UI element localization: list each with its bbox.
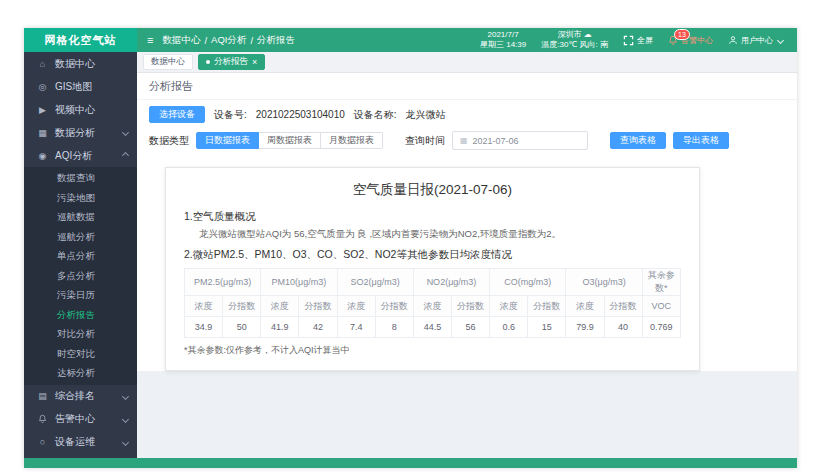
col-index: 分指数 <box>223 296 261 317</box>
device-name-value: 龙兴微站 <box>406 108 446 122</box>
breadcrumb-item[interactable]: 分析报告 <box>257 34 295 47</box>
sidebar-item-aqi-analysis[interactable]: ◉ AQI分析 <box>24 144 137 167</box>
export-table-button[interactable]: 导出表格 <box>673 132 729 149</box>
submenu-item-cruise-data[interactable]: 巡航数据 <box>24 207 137 227</box>
col-index: 分指数 <box>299 296 337 317</box>
aqi-icon: ◉ <box>37 151 48 161</box>
panel-title: 分析报告 <box>137 73 797 100</box>
col-group-co: CO(mg/m3) <box>490 269 566 296</box>
report-section1-text: 龙兴微站微型站AQI为 56,空气质量为 良 ,区域内首要污染物为NO2,环境质… <box>199 228 681 241</box>
col-group-pm25: PM2.5(μg/m3) <box>185 269 261 296</box>
pm10-index: 42 <box>299 317 337 338</box>
submenu-item-spacetime-compare[interactable]: 时空对比 <box>24 344 137 364</box>
time-text: 星期三 14:39 <box>480 40 526 50</box>
col-conc: 浓度 <box>185 296 223 317</box>
submenu-item-multi-point[interactable]: 多点分析 <box>24 266 137 286</box>
pm10-conc: 41.9 <box>261 317 299 338</box>
col-group-o3: O3(μg/m3) <box>566 269 642 296</box>
bell-icon <box>37 414 48 425</box>
col-group-pm10: PM10(μg/m3) <box>261 269 337 296</box>
screenshot-canvas: 网格化空气站 ≡ 数据中心 / AQI分析 / 分析报告 2021/7/7 星期… <box>0 0 821 475</box>
app-logo: 网格化空气站 <box>24 28 137 52</box>
breadcrumb-separator: / <box>204 35 207 46</box>
col-conc: 浓度 <box>490 296 528 317</box>
co-conc: 0.6 <box>490 317 528 338</box>
sidebar-item-gis-map[interactable]: ◎ GIS地图 <box>24 75 137 98</box>
user-center-button[interactable]: 用户中心 <box>728 35 783 46</box>
col-index: 分指数 <box>451 296 489 317</box>
gear-icon: ○ <box>37 437 48 447</box>
table-group-header-row: PM2.5(μg/m3) PM10(μg/m3) SO2(μg/m3) NO2(… <box>185 269 681 296</box>
weather-city: 深圳市 ☁ <box>541 30 608 40</box>
chevron-up-icon <box>122 152 129 159</box>
col-conc: 浓度 <box>413 296 451 317</box>
list-icon: ▤ <box>37 391 48 401</box>
select-device-button[interactable]: 选择设备 <box>149 106 205 123</box>
active-dot-icon <box>206 60 210 64</box>
breadcrumb-item[interactable]: AQI分析 <box>211 34 246 47</box>
alert-center-button[interactable]: 13 告警中心 <box>668 35 713 46</box>
sidebar-item-label: AQI分析 <box>55 149 92 163</box>
sidebar-item-label: 数据中心 <box>55 57 95 71</box>
sidebar-item-label: 综合排名 <box>55 389 95 403</box>
filter-row: 数据类型 日数据报表 周数据报表 月数据报表 查询时间 ▦ 2021-07-06… <box>137 127 797 154</box>
breadcrumb: 数据中心 / AQI分析 / 分析报告 <box>162 34 295 47</box>
monthly-report-button[interactable]: 月数据报表 <box>321 132 383 149</box>
header-left: ≡ 数据中心 / AQI分析 / 分析报告 <box>137 28 480 52</box>
sidebar-item-data-analysis[interactable]: ▦ 数据分析 <box>24 121 137 144</box>
datetime-display: 2021/7/7 星期三 14:39 <box>480 30 526 51</box>
chevron-down-icon <box>777 36 784 43</box>
date-text: 2021/7/7 <box>480 30 526 40</box>
submenu-item-cruise-analysis[interactable]: 巡航分析 <box>24 227 137 247</box>
sidebar-item-video-center[interactable]: ▶ 视频中心 <box>24 98 137 121</box>
sidebar-item-device-ops[interactable]: ○ 设备运维 <box>24 431 137 454</box>
o3-index: 40 <box>604 317 642 338</box>
date-picker-input[interactable]: ▦ 2021-07-06 <box>452 131 588 150</box>
user-center-label: 用户中心 <box>741 35 773 46</box>
no2-conc: 44.5 <box>413 317 451 338</box>
col-index: 分指数 <box>375 296 413 317</box>
app-window: 网格化空气站 ≡ 数据中心 / AQI分析 / 分析报告 2021/7/7 星期… <box>24 28 797 468</box>
video-icon: ▶ <box>37 105 48 115</box>
report-section1-title: 1.空气质量概况 <box>184 210 681 224</box>
close-icon[interactable]: × <box>252 58 257 67</box>
weather-detail: 温度:30℃ 风向: 南 <box>541 40 608 50</box>
sidebar-item-data-center[interactable]: ⌂ 数据中心 <box>24 52 137 75</box>
sidebar-item-ranking[interactable]: ▤ 综合排名 <box>24 385 137 408</box>
submenu-item-analysis-report[interactable]: 分析报告 <box>24 305 137 325</box>
submenu-item-single-point[interactable]: 单点分析 <box>24 246 137 266</box>
aqi-submenu: 数据查询 污染地图 巡航数据 巡航分析 单点分析 多点分析 污染日历 分析报告 … <box>24 167 137 385</box>
tab-data-center[interactable]: 数据中心 <box>143 54 193 70</box>
submenu-item-compare-analysis[interactable]: 对比分析 <box>24 324 137 344</box>
hamburger-icon[interactable]: ≡ <box>147 35 153 46</box>
sidebar-item-label: 数据分析 <box>55 126 95 140</box>
col-voc: VOC <box>642 296 680 317</box>
daily-report-button[interactable]: 日数据报表 <box>196 132 259 149</box>
weekly-report-button[interactable]: 周数据报表 <box>259 132 321 149</box>
home-icon: ⌂ <box>37 59 48 69</box>
bar-chart-icon: ▦ <box>37 128 48 138</box>
footer-bar <box>24 458 797 468</box>
chevron-down-icon <box>122 438 129 445</box>
map-pin-icon: ◎ <box>37 82 48 92</box>
query-table-button[interactable]: 查询表格 <box>610 132 666 149</box>
submenu-item-pollution-calendar[interactable]: 污染日历 <box>24 285 137 305</box>
sidebar-item-label: 设备运维 <box>55 435 95 449</box>
breadcrumb-item[interactable]: 数据中心 <box>162 34 200 47</box>
sidebar-item-alert-center[interactable]: 告警中心 <box>24 408 137 431</box>
no2-index: 56 <box>451 317 489 338</box>
so2-conc: 7.4 <box>337 317 375 338</box>
submenu-item-data-query[interactable]: 数据查询 <box>24 168 137 188</box>
device-no-value: 2021022503104010 <box>256 109 345 120</box>
tab-analysis-report[interactable]: 分析报告 × <box>198 54 265 70</box>
col-group-no2: NO2(μg/m3) <box>413 269 489 296</box>
submenu-item-pollution-map[interactable]: 污染地图 <box>24 188 137 208</box>
tab-label: 分析报告 <box>214 56 248 68</box>
o3-conc: 79.9 <box>566 317 604 338</box>
report-panel: 分析报告 选择设备 设备号: 2021022503104010 设备名称: 龙兴… <box>137 73 797 371</box>
submenu-item-standard-analysis[interactable]: 达标分析 <box>24 363 137 383</box>
col-conc: 浓度 <box>566 296 604 317</box>
device-no-label: 设备号: <box>214 108 247 122</box>
main-area: 数据中心 分析报告 × 分析报告 选择设备 设备号: 2021022503104… <box>137 52 797 458</box>
fullscreen-button[interactable]: 全屏 <box>623 35 653 46</box>
